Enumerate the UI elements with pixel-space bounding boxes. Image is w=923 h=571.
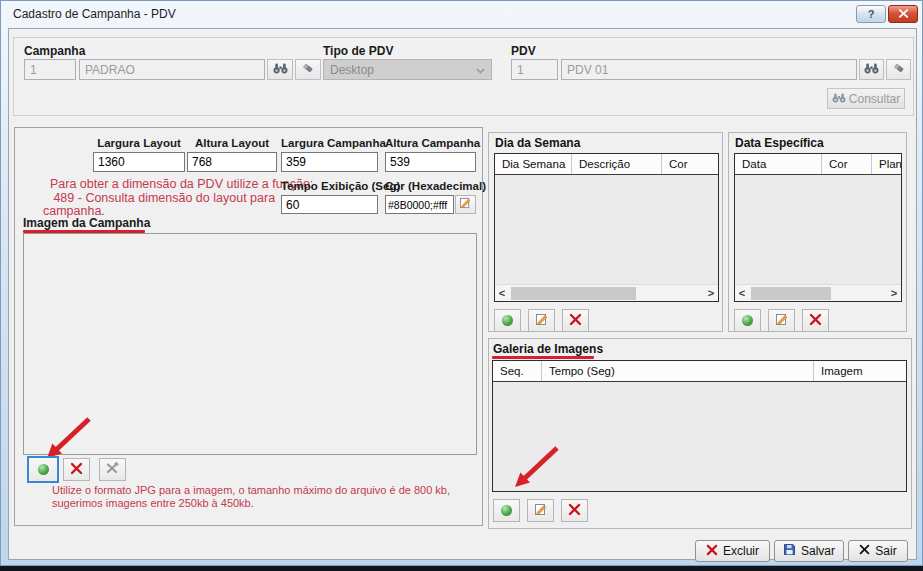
edit-button[interactable]: [768, 309, 795, 332]
column-header: Seq.: [493, 361, 542, 381]
campanha-clear-button[interactable]: [295, 59, 321, 80]
data-especifica-group: Data Específica Data Cor Plan < >: [728, 132, 907, 332]
consultar-button[interactable]: Consultar: [827, 88, 905, 109]
titlebar[interactable]: Cadastro de Campanha - PDV ?: [1, 1, 922, 28]
scroll-track[interactable]: [509, 286, 704, 301]
grid-header: Data Cor Plan: [735, 154, 901, 175]
grid-body[interactable]: [495, 175, 718, 284]
cor-hexadecimal-field-group: Cor (Hexadecimal) #8B0000;#fff: [385, 180, 476, 214]
column-header: Cor: [662, 154, 718, 174]
imagem-campanha-title: Imagem da Campanha: [23, 216, 150, 230]
tipo-pdv-select[interactable]: Desktop: [323, 59, 492, 80]
edit-button[interactable]: [527, 499, 554, 522]
galeria-title-red-underline: [492, 356, 594, 359]
horizontal-scrollbar[interactable]: < >: [735, 284, 901, 301]
dia-da-semana-grid[interactable]: Dia Semana Descrição Cor < >: [494, 153, 719, 302]
binoculars-icon: [864, 62, 879, 77]
tempo-exibicao-input[interactable]: 60: [281, 195, 378, 214]
remove-image-button[interactable]: [63, 458, 90, 481]
delete-button[interactable]: [562, 309, 589, 332]
data-especifica-grid[interactable]: Data Cor Plan < >: [734, 153, 902, 302]
add-button[interactable]: [494, 309, 521, 332]
galeria-imagens-group: Galeria de Imagens Seq. Tempo (Seg) Imag…: [488, 338, 912, 529]
scroll-right-icon[interactable]: >: [704, 286, 718, 300]
altura-campanha-input[interactable]: 539: [385, 152, 476, 172]
pdv-label: PDV: [511, 44, 536, 58]
green-sphere-icon: [38, 464, 49, 475]
dia-da-semana-actions: [494, 309, 589, 332]
galeria-imagens-grid[interactable]: Seq. Tempo (Seg) Imagem: [492, 360, 907, 492]
red-x-icon: [568, 503, 581, 519]
scroll-left-icon[interactable]: <: [735, 286, 749, 300]
delete-button[interactable]: [802, 309, 829, 332]
column-header: Descrição: [572, 154, 662, 174]
edit-pencil-icon: [535, 313, 549, 329]
edit-pencil-icon: [775, 313, 789, 329]
delete-button[interactable]: [561, 499, 588, 522]
add-button[interactable]: [493, 499, 520, 522]
cor-edit-button[interactable]: [455, 195, 476, 214]
pdv-clear-button[interactable]: [886, 59, 911, 80]
tipo-pdv-label: Tipo de PDV: [323, 44, 393, 58]
red-x-icon: [706, 544, 718, 559]
footer-actions: Excluir Salvar Sair: [695, 540, 908, 562]
green-sphere-icon: [742, 315, 753, 326]
largura-campanha-input[interactable]: 359: [281, 152, 378, 172]
pdv-search-button[interactable]: [859, 59, 884, 80]
grid-header: Dia Semana Descrição Cor: [495, 154, 718, 175]
grid-header: Seq. Tempo (Seg) Imagem: [493, 361, 906, 382]
altura-layout-field-group: Altura Layout 768: [187, 137, 277, 172]
dia-da-semana-title: Dia da Semana: [495, 136, 580, 150]
eraser-icon: [302, 62, 314, 77]
scroll-thumb[interactable]: [751, 287, 831, 300]
scroll-thumb[interactable]: [511, 287, 636, 300]
edit-button[interactable]: [528, 309, 555, 332]
image-tools-button[interactable]: [99, 458, 126, 481]
eraser-icon: [893, 62, 905, 77]
column-header: Imagem: [814, 361, 906, 381]
largura-layout-input[interactable]: 1360: [93, 152, 185, 172]
largura-campanha-label: Largura Campanha: [281, 137, 378, 149]
sair-button[interactable]: Sair: [848, 540, 908, 562]
scroll-left-icon[interactable]: <: [495, 286, 509, 300]
cor-hexadecimal-label: Cor (Hexadecimal): [385, 180, 476, 192]
add-image-button[interactable]: [27, 456, 59, 483]
x-icon: [859, 544, 870, 558]
altura-campanha-label: Altura Campanha: [385, 137, 476, 149]
tipo-pdv-value: Desktop: [330, 63, 374, 77]
excluir-button[interactable]: Excluir: [695, 540, 770, 562]
campanha-name-field[interactable]: PADRAO: [79, 59, 265, 80]
help-button[interactable]: ?: [856, 5, 886, 23]
campanha-search-button[interactable]: [267, 59, 293, 80]
cor-hexadecimal-input[interactable]: #8B0000;#fff: [385, 195, 454, 214]
edit-pencil-icon: [459, 197, 472, 212]
add-button[interactable]: [734, 309, 761, 332]
scroll-right-icon[interactable]: >: [887, 286, 901, 300]
scroll-track[interactable]: [749, 286, 887, 301]
altura-layout-label: Altura Layout: [187, 137, 277, 149]
altura-layout-input[interactable]: 768: [187, 152, 277, 172]
close-x-icon: [898, 8, 909, 20]
close-button[interactable]: [888, 5, 918, 23]
red-x-icon: [70, 462, 83, 478]
salvar-button[interactable]: Salvar: [774, 540, 844, 562]
largura-campanha-field-group: Largura Campanha 359: [281, 137, 378, 172]
dialog-client-area: Campanha 1 PADRAO Tipo de PDV Desktop PD…: [8, 28, 917, 560]
pdv-code-field[interactable]: 1: [511, 59, 558, 80]
green-sphere-icon: [501, 505, 512, 516]
tools-icon: [105, 462, 120, 478]
grid-body[interactable]: [735, 175, 901, 284]
data-especifica-title: Data Específica: [735, 136, 824, 150]
horizontal-scrollbar[interactable]: < >: [495, 284, 718, 301]
largura-layout-label: Largura Layout: [93, 137, 185, 149]
campanha-code-field[interactable]: 1: [24, 59, 76, 80]
binoculars-icon: [273, 62, 288, 77]
pdv-name-field[interactable]: PDV 01: [561, 59, 857, 80]
altura-campanha-field-group: Altura Campanha 539: [385, 137, 476, 172]
dia-da-semana-group: Dia da Semana Dia Semana Descrição Cor <…: [488, 132, 723, 332]
jpg-format-note: Utilize o formato JPG para a imagem, o t…: [52, 484, 480, 510]
sair-label: Sair: [875, 544, 896, 558]
grid-body[interactable]: [493, 382, 906, 491]
campanha-label: Campanha: [24, 44, 85, 58]
green-sphere-icon: [502, 315, 513, 326]
